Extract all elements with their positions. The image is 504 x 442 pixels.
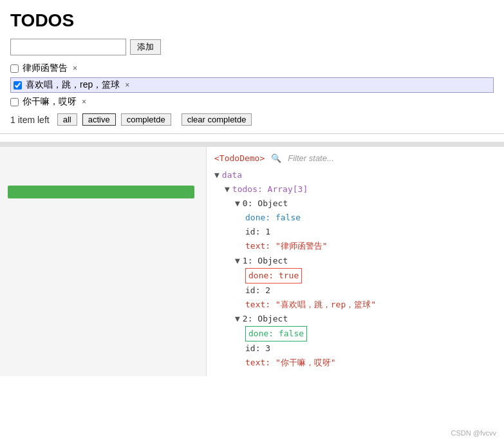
todo-checkbox-2[interactable] [10,98,19,106]
item0-label: 0: Object [243,197,288,211]
footer-row: 1 item left all active completde clear c… [10,113,494,126]
todo-text-1: 喜欢唱，跳，rep，篮球 [26,79,120,91]
filter-state-input[interactable]: Filter state... [288,153,334,163]
add-button[interactable]: 添加 [130,39,161,55]
expand-item2-icon[interactable]: ▼ [235,312,240,326]
expand-item0-icon[interactable]: ▼ [235,197,240,211]
tree-item2-id: id: 3 [245,341,496,356]
clear-complete-button[interactable]: clear completde [182,113,252,126]
bottom-panel: <TodoDemo> 🔍 Filter state... ▼ data ▼ to… [0,147,504,376]
tree-item2-row: ▼ 2: Object [235,312,496,326]
green-bar-area [0,147,206,376]
list-item: 律师函警告 × [10,62,494,75]
item2-done-highlighted: done: false [245,326,307,341]
component-tag: <TodoDemo> [214,153,265,163]
todo-text-2: 你干嘛，哎呀 [23,96,77,108]
tree-item1-id: id: 2 [245,283,496,298]
todo-checkbox-1[interactable] [14,81,22,90]
todo-text-0: 律师函警告 [23,62,68,74]
data-key-label: data [222,168,242,182]
item1-text-key: text: "喜欢唱，跳，rep，篮球" [245,298,376,312]
expand-item1-icon[interactable]: ▼ [235,254,240,268]
add-row: 添加 [10,39,494,55]
tree-item1-text: text: "喜欢唱，跳，rep，篮球" [245,298,496,312]
todo-delete-2[interactable]: × [82,97,86,106]
tree-data-row: ▼ data [214,168,496,182]
item1-done-highlighted: done: true [245,268,302,283]
tree-item0-row: ▼ 0: Object [235,197,496,211]
expand-todos-icon[interactable]: ▼ [225,182,230,197]
top-panel: TODOS 添加 律师函警告 × 喜欢唱，跳，rep，篮球 × 你干嘛，哎呀 ×… [0,0,504,134]
todo-delete-0[interactable]: × [73,64,77,73]
expand-data-icon[interactable]: ▼ [214,168,219,182]
divider [0,142,504,147]
item1-label: 1: Object [243,254,288,268]
tree-todos-row: ▼ todos: Array[3] [225,182,496,197]
todo-list: 律师函警告 × 喜欢唱，跳，rep，篮球 × 你干嘛，哎呀 × [10,62,494,108]
tree-item2-done: done: false [245,326,496,341]
tree-item0-text: text: "律师函警告" [245,239,496,253]
item2-label: 2: Object [243,312,288,326]
item0-done-key: done: false [245,211,301,225]
todo-delete-1[interactable]: × [125,81,129,90]
filter-complete-button[interactable]: completde [121,113,171,126]
filter-all-button[interactable]: all [57,113,77,126]
add-input[interactable] [10,39,126,55]
tree-item2-text: text: "你干嘛，哎呀" [245,356,496,370]
item1-id-key: id: 2 [245,283,270,298]
filter-active-button[interactable]: active [82,113,116,126]
page-title: TODOS [10,10,494,31]
search-icon: 🔍 [271,153,281,163]
tree-item1-row: ▼ 1: Object [235,254,496,268]
devtools-header: <TodoDemo> 🔍 Filter state... [214,153,496,163]
tree-item0-id: id: 1 [245,225,496,239]
state-tree: ▼ data ▼ todos: Array[3] ▼ 0: Object don… [214,168,496,370]
item2-id-key: id: 3 [245,341,270,356]
green-bar [8,186,194,198]
tree-item0-done: done: false [245,211,496,225]
devtools-panel: <TodoDemo> 🔍 Filter state... ▼ data ▼ to… [206,147,504,376]
item0-text-key: text: "律师函警告" [245,239,328,253]
item0-id-key: id: 1 [245,225,270,239]
list-item: 喜欢唱，跳，rep，篮球 × [10,77,494,93]
item2-text-key: text: "你干嘛，哎呀" [245,356,336,370]
items-left-count: 1 item left [10,115,50,125]
todos-key-label: todos: Array[3] [232,182,308,197]
list-item: 你干嘛，哎呀 × [10,95,494,108]
todo-checkbox-0[interactable] [10,64,19,73]
tree-item1-done: done: true [245,268,496,283]
